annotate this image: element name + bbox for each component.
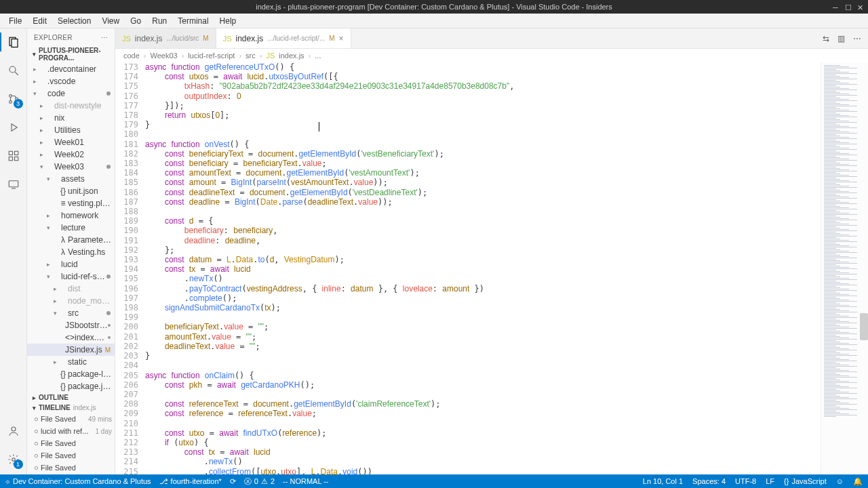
tree-item[interactable]: ▸.vscode (27, 75, 115, 87)
indent[interactable]: Spaces: 4 (692, 477, 726, 486)
menu-bar: File Edit Selection View Go Run Terminal… (0, 14, 868, 28)
outline-section[interactable]: ▸OUTLINE (27, 392, 115, 403)
js-icon: JS (122, 35, 131, 43)
tree-item[interactable]: ≡vesting.plutus (27, 197, 115, 209)
tree-item[interactable]: λVesting.hs (27, 246, 115, 258)
problems[interactable]: ⓧ0 ⚠2 (244, 476, 275, 487)
menu-selection[interactable]: Selection (53, 15, 96, 27)
timeline-item[interactable]: ○lucid with ref...1 day (27, 425, 115, 437)
window-title: index.js - plutus-pioneer-program [Dev C… (256, 3, 612, 11)
debug-icon[interactable] (5, 119, 22, 136)
status-bar: ⟐Dev Container: Custom Cardano & Plutus … (0, 474, 868, 488)
activity-bar: 3 1 (0, 28, 27, 474)
svg-rect-8 (9, 151, 12, 155)
maximize-icon[interactable]: ☐ (845, 3, 852, 10)
menu-edit[interactable]: Edit (28, 15, 52, 27)
timeline-item[interactable]: ○File Saved49 mins (27, 413, 115, 425)
tree-item[interactable]: ▾assets (27, 173, 115, 185)
sync-button[interactable]: ⟳ (230, 477, 236, 486)
menu-help[interactable]: Help (215, 15, 241, 27)
tree-item[interactable]: {}unit.json (27, 185, 115, 197)
svg-point-14 (12, 427, 16, 431)
more-icon[interactable]: ⋯ (853, 34, 861, 43)
window-controls: ─ ☐ ✕ (833, 3, 864, 10)
tree-item[interactable]: ▾lecture (27, 222, 115, 234)
git-branch[interactable]: ⎇fourth-iteration* (159, 477, 222, 486)
explorer-icon[interactable] (5, 34, 22, 50)
breadcrumb[interactable]: code› Week03› lucid-ref-script› src› JS … (115, 49, 868, 62)
tree-item[interactable]: JSbootstrap-dateti... (27, 319, 115, 331)
svg-rect-1 (12, 39, 18, 47)
account-icon[interactable] (5, 423, 22, 439)
tree-item[interactable]: ▾Week03 (27, 161, 115, 173)
tree-item[interactable]: ▾code (27, 87, 115, 100)
text-cursor (319, 122, 319, 131)
tree-item[interactable]: JSindex.jsM (27, 344, 115, 356)
timeline-item[interactable]: ○File Saved (27, 474, 115, 474)
svg-rect-10 (9, 157, 12, 161)
cursor-position[interactable]: Ln 10, Col 1 (643, 477, 683, 486)
settings-badge: 1 (14, 460, 23, 469)
tree-item[interactable]: ▸Week02 (27, 148, 115, 161)
tree-item[interactable]: ▸dist (27, 283, 115, 295)
tab-index-lucid[interactable]: JS index.js .../lucid/src M (115, 28, 216, 48)
split-icon[interactable]: ▥ (837, 34, 845, 43)
sidebar-project[interactable]: ▾PLUTUS-PIONEER-PROGRA... (27, 45, 115, 63)
js-icon: JS (223, 35, 232, 43)
tree-item[interactable]: ▸Utilities (27, 124, 115, 136)
tree-item[interactable]: ▸dist-newstyle (27, 100, 115, 112)
tree-item[interactable]: ▾src (27, 307, 115, 319)
search-icon[interactable] (5, 62, 22, 79)
tree-item[interactable]: {}package.json (27, 380, 115, 392)
eol[interactable]: LF (766, 477, 774, 486)
timeline-item[interactable]: ○File Saved (27, 462, 115, 474)
bell-icon[interactable]: 🔔 (853, 477, 863, 486)
close-icon[interactable]: ✕ (857, 3, 864, 10)
more-icon[interactable]: ⋯ (101, 34, 108, 41)
scroll-thumb[interactable] (860, 313, 868, 340)
extensions-icon[interactable] (5, 148, 22, 164)
file-tree: ▸.devcontainer▸.vscode▾code▸dist-newstyl… (27, 63, 115, 392)
sidebar-title: EXPLORER⋯ (27, 28, 115, 45)
diff-icon[interactable]: ⇆ (823, 34, 829, 43)
remote-icon[interactable] (5, 176, 22, 192)
scrollbar[interactable] (860, 62, 868, 474)
editor-area: JS index.js .../lucid/src M JS index.js … (115, 28, 868, 474)
minimize-icon[interactable]: ─ (833, 3, 840, 10)
source-control-icon[interactable]: 3 (5, 91, 22, 107)
tab-index-refscript[interactable]: JS index.js .../lucid-ref-script/... M × (216, 28, 351, 48)
svg-point-5 (9, 101, 12, 104)
menu-go[interactable]: Go (125, 15, 146, 27)
title-bar: index.js - plutus-pioneer-program [Dev C… (0, 0, 868, 14)
svg-marker-7 (12, 124, 17, 131)
encoding[interactable]: UTF-8 (735, 477, 756, 486)
language-mode[interactable]: {}JavaScript (784, 477, 827, 486)
timeline-item[interactable]: ○File Saved (27, 449, 115, 462)
code-editor[interactable]: 173 174 175 176 177 178 179 180 181 182 … (115, 62, 868, 474)
tree-item[interactable]: ▸node_modules (27, 295, 115, 307)
menu-file[interactable]: File (4, 15, 26, 27)
tree-item[interactable]: ▸.devcontainer (27, 63, 115, 75)
feedback-icon[interactable]: ☺ (836, 477, 844, 486)
tree-item[interactable]: ▸nix (27, 112, 115, 124)
timeline-item[interactable]: ○File Saved (27, 437, 115, 449)
menu-run[interactable]: Run (147, 15, 172, 27)
tree-item[interactable]: ▸Week01 (27, 136, 115, 148)
close-tab-icon[interactable]: × (339, 34, 344, 43)
tree-item[interactable]: <>index.html (27, 331, 115, 344)
svg-rect-9 (14, 151, 18, 155)
menu-view[interactable]: View (97, 15, 124, 27)
remote-indicator[interactable]: ⟐Dev Container: Custom Cardano & Plutus (5, 477, 151, 485)
tree-item[interactable]: ▸static (27, 356, 115, 368)
menu-terminal[interactable]: Terminal (173, 15, 213, 27)
code-content[interactable]: async function getReferenceUTxO() { cons… (145, 62, 821, 474)
tree-item[interactable]: ▸lucid (27, 258, 115, 270)
tree-item[interactable]: {}package-lock.json (27, 368, 115, 380)
timeline-section[interactable]: ▾TIMELINE index.js (27, 403, 115, 413)
tree-item[interactable]: λParameterizedVes... (27, 234, 115, 246)
svg-rect-12 (9, 181, 18, 187)
svg-line-3 (15, 72, 18, 75)
tree-item[interactable]: ▾lucid-ref-script (27, 270, 115, 283)
tree-item[interactable]: ▸homework (27, 209, 115, 222)
gear-icon[interactable]: 1 (5, 451, 22, 468)
